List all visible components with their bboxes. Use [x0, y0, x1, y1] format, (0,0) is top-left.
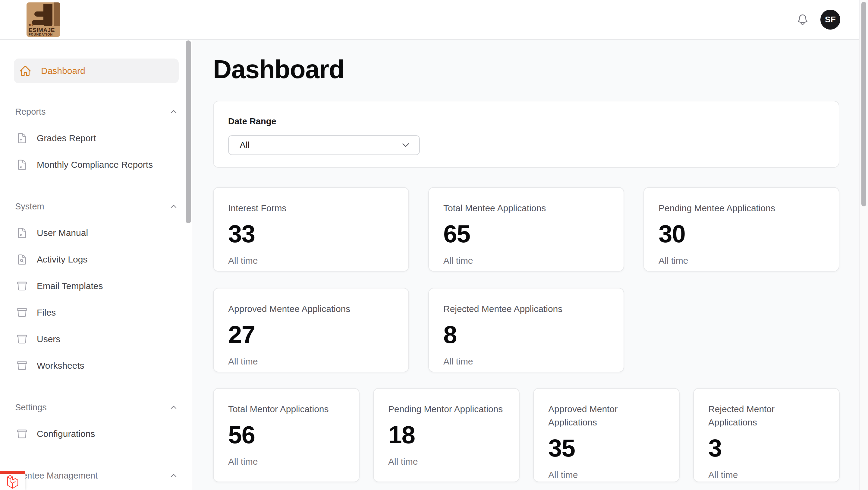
- logo-line-foundation: FOUNDATION: [29, 33, 55, 36]
- stat-title: Rejected Mentor Applications: [708, 403, 825, 429]
- sidebar-item-email-templates[interactable]: Email Templates: [0, 273, 193, 299]
- chevron-down-icon: [401, 141, 410, 150]
- laravel-icon: [6, 474, 19, 489]
- laravel-devtools-bar: [0, 471, 25, 474]
- header-actions: SF: [796, 10, 840, 30]
- sidebar-item-label: Configurations: [37, 429, 95, 439]
- stat-caption: All time: [708, 469, 825, 481]
- stat-value: 65: [443, 222, 609, 246]
- chevron-up-icon: [170, 471, 178, 480]
- stat-title: Interest Forms: [228, 202, 394, 215]
- stat-card-total-mentee-applications: Total Mentee Applications 65 All time: [428, 187, 624, 271]
- document-icon: [16, 159, 28, 171]
- section-label: System: [15, 202, 44, 211]
- sidebar-item-dashboard[interactable]: Dashboard: [14, 59, 179, 83]
- sidebar-item-users[interactable]: Users: [0, 326, 193, 352]
- sidebar-item-label: Email Templates: [37, 281, 103, 291]
- stat-title: Total Mentee Applications: [443, 202, 609, 215]
- document-icon: [16, 227, 28, 239]
- logo-3d-edge: [54, 2, 60, 26]
- org-logo[interactable]: THE ESIMAJE FOUNDATION: [27, 2, 60, 37]
- section-header-mentee-management[interactable]: Mentee Management: [0, 470, 193, 481]
- notifications-button[interactable]: [796, 13, 809, 26]
- stat-caption: All time: [228, 255, 394, 267]
- avatar-initials: SF: [825, 15, 836, 24]
- main-scrollbar-thumb[interactable]: [861, 2, 866, 206]
- sidebar-item-configurations[interactable]: Configurations: [0, 421, 193, 447]
- document-search-icon: [16, 254, 28, 265]
- stat-value: 27: [228, 322, 394, 347]
- sidebar-item-worksheets[interactable]: Worksheets: [0, 352, 193, 379]
- stat-title: Pending Mentee Applications: [658, 202, 824, 215]
- chevron-up-icon: [170, 108, 178, 116]
- sidebar-item-grades-report[interactable]: Grades Report: [0, 125, 193, 151]
- stat-card-total-mentor-applications: Total Mentor Applications 56 All time: [213, 388, 360, 482]
- section-header-settings[interactable]: Settings: [0, 402, 193, 413]
- stat-caption: All time: [548, 469, 664, 481]
- stats-row-2: Approved Mentee Applications 27 All time…: [213, 288, 839, 372]
- home-icon: [19, 65, 31, 77]
- sidebar-item-label: User Manual: [37, 228, 88, 238]
- stat-card-interest-forms: Interest Forms 33 All time: [213, 187, 409, 271]
- section-header-reports[interactable]: Reports: [0, 106, 193, 117]
- stat-card-pending-mentee-applications: Pending Mentee Applications 30 All time: [644, 187, 839, 271]
- dashboard-app: { "colors": { "accent": "#d47a1a", "lara…: [0, 0, 868, 490]
- archive-box-icon: [16, 360, 28, 371]
- section-header-system[interactable]: System: [0, 201, 193, 212]
- stat-value: 56: [228, 423, 344, 447]
- stat-value: 3: [708, 436, 825, 460]
- stat-title: Pending Mentor Applications: [388, 403, 504, 416]
- sidebar-item-label: Files: [37, 308, 56, 318]
- sidebar-item-label: Grades Report: [37, 133, 96, 143]
- top-bar: THE ESIMAJE FOUNDATION SF: [0, 0, 868, 40]
- stat-card-rejected-mentee-applications: Rejected Mentee Applications 8 All time: [428, 288, 624, 372]
- sidebar: Dashboard Reports Grades Report Monthly …: [0, 40, 193, 490]
- sidebar-nav: Dashboard Reports Grades Report Monthly …: [0, 59, 193, 481]
- stats-row-3: Total Mentor Applications 56 All time Pe…: [213, 388, 839, 482]
- bell-icon: [796, 13, 809, 26]
- main-scrollbar[interactable]: [859, 0, 868, 490]
- stat-title: Rejected Mentee Applications: [443, 302, 609, 316]
- sidebar-item-label: Users: [37, 334, 60, 344]
- sidebar-item-label: Dashboard: [41, 66, 85, 76]
- sidebar-section-mentee-management: Mentee Management: [0, 470, 193, 481]
- chevron-up-icon: [170, 202, 178, 210]
- date-range-label: Date Range: [228, 115, 824, 127]
- org-logo-mark: THE ESIMAJE FOUNDATION: [27, 2, 60, 37]
- stat-value: 35: [548, 436, 664, 460]
- archive-box-icon: [16, 334, 28, 345]
- stats-row-1: Interest Forms 33 All time Total Mentee …: [213, 187, 839, 271]
- stat-card-pending-mentor-applications: Pending Mentor Applications 18 All time: [373, 388, 520, 482]
- sidebar-section-system: System User Manual Activity Logs Email T…: [0, 201, 193, 379]
- archive-box-icon: [16, 307, 28, 318]
- date-range-value: All: [240, 140, 250, 150]
- laravel-devtools-button[interactable]: [0, 471, 25, 490]
- sidebar-item-monthly-compliance-reports[interactable]: Monthly Compliance Reports: [0, 151, 193, 178]
- section-label: Settings: [15, 403, 47, 412]
- sidebar-item-files[interactable]: Files: [0, 299, 193, 326]
- date-range-select[interactable]: All: [228, 135, 420, 155]
- stat-title: Total Mentor Applications: [228, 403, 344, 416]
- stat-caption: All time: [443, 255, 609, 267]
- archive-box-icon: [16, 428, 28, 440]
- section-label: Reports: [15, 107, 46, 117]
- date-range-card: Date Range All: [213, 101, 839, 168]
- sidebar-item-user-manual[interactable]: User Manual: [0, 220, 193, 246]
- org-logo-text: THE ESIMAJE FOUNDATION: [29, 24, 55, 36]
- stat-card-approved-mentor-applications: Approved Mentor Applications 35 All time: [533, 388, 680, 482]
- sidebar-section-settings: Settings Configurations: [0, 402, 193, 447]
- stat-caption: All time: [443, 355, 609, 368]
- stat-card-approved-mentee-applications: Approved Mentee Applications 27 All time: [213, 288, 409, 372]
- stat-value: 33: [228, 222, 394, 246]
- stat-card-rejected-mentor-applications: Rejected Mentor Applications 3 All time: [693, 388, 840, 482]
- stat-value: 18: [388, 423, 504, 447]
- stat-caption: All time: [228, 456, 344, 468]
- stat-title: Approved Mentor Applications: [548, 403, 664, 429]
- sidebar-section-reports: Reports Grades Report Monthly Compliance…: [0, 106, 193, 178]
- stat-value: 8: [443, 322, 609, 347]
- avatar[interactable]: SF: [820, 10, 840, 30]
- archive-box-icon: [16, 280, 28, 292]
- sidebar-scrollbar-thumb[interactable]: [186, 40, 191, 223]
- sidebar-item-activity-logs[interactable]: Activity Logs: [0, 246, 193, 273]
- logo-line-name: ESIMAJE: [29, 27, 55, 33]
